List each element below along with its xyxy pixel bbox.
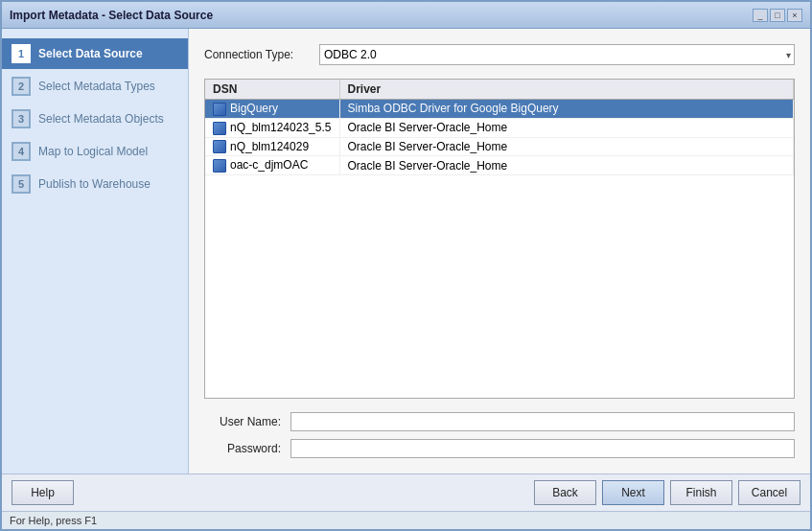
- step-1-num: 1: [12, 44, 31, 63]
- connection-type-label: Connection Type:: [204, 48, 310, 61]
- dsn-icon: [213, 122, 226, 135]
- maximize-button[interactable]: □: [770, 9, 785, 22]
- password-row: Password:: [204, 439, 795, 458]
- table-row[interactable]: BigQuerySimba ODBC Driver for Google Big…: [205, 100, 794, 119]
- dsn-icon: [213, 103, 226, 116]
- dsn-icon: [213, 159, 226, 173]
- table-row[interactable]: oac-c_djmOACOracle BI Server-Oracle_Home: [205, 156, 794, 175]
- col-header-driver: Driver: [339, 80, 794, 100]
- dsn-cell: nQ_blm124029: [205, 137, 339, 156]
- cancel-button[interactable]: Cancel: [738, 480, 800, 505]
- table-header-row: DSN Driver: [205, 80, 794, 100]
- dsn-table: DSN Driver BigQuerySimba ODBC Driver for…: [205, 80, 794, 175]
- table-row[interactable]: nQ_blm124023_5.5Oracle BI Server-Oracle_…: [205, 118, 794, 137]
- right-panel: Connection Type: ODBC 2.0 ▾ DSN Driver: [189, 29, 810, 473]
- status-bar: For Help, press F1: [2, 511, 810, 529]
- step-5-label: Publish to Warehouse: [38, 177, 151, 191]
- close-button[interactable]: ×: [787, 9, 802, 22]
- connection-type-row: Connection Type: ODBC 2.0 ▾: [204, 44, 795, 65]
- step-2-label: Select Metadata Types: [38, 80, 155, 93]
- connection-type-select-wrapper: ODBC 2.0 ▾: [319, 44, 795, 65]
- finish-button[interactable]: Finish: [670, 480, 732, 505]
- help-button[interactable]: Help: [12, 480, 74, 505]
- sidebar-item-select-metadata-types[interactable]: 2 Select Metadata Types: [2, 71, 188, 102]
- connection-type-select[interactable]: ODBC 2.0: [319, 44, 795, 65]
- driver-cell: Simba ODBC Driver for Google BigQuery: [339, 100, 794, 119]
- dsn-cell: BigQuery: [205, 100, 339, 119]
- driver-cell: Oracle BI Server-Oracle_Home: [339, 118, 794, 137]
- window-controls: _ □ ×: [753, 9, 802, 22]
- user-name-row: User Name:: [204, 412, 795, 431]
- sidebar: 1 Select Data Source 2 Select Metadata T…: [2, 29, 189, 473]
- sidebar-item-map-to-logical-model[interactable]: 4 Map to Logical Model: [2, 136, 188, 167]
- password-input[interactable]: [290, 439, 795, 458]
- nav-buttons: Back Next Finish Cancel: [534, 480, 800, 505]
- table-row[interactable]: nQ_blm124029Oracle BI Server-Oracle_Home: [205, 137, 794, 156]
- user-pass-section: User Name: Password:: [204, 412, 795, 458]
- sidebar-item-publish-to-warehouse[interactable]: 5 Publish to Warehouse: [2, 169, 188, 199]
- sidebar-item-select-data-source[interactable]: 1 Select Data Source: [2, 38, 188, 69]
- col-header-dsn: DSN: [205, 80, 339, 100]
- step-5-num: 5: [12, 174, 31, 194]
- user-name-label: User Name:: [204, 415, 281, 428]
- main-window: Import Metadata - Select Data Source _ □…: [0, 0, 812, 531]
- step-3-label: Select Metadata Objects: [38, 112, 164, 126]
- sidebar-item-select-metadata-objects[interactable]: 3 Select Metadata Objects: [2, 104, 188, 134]
- user-name-input[interactable]: [290, 412, 795, 431]
- status-text: For Help, press F1: [10, 515, 97, 526]
- minimize-button[interactable]: _: [753, 9, 768, 22]
- step-4-label: Map to Logical Model: [38, 145, 148, 158]
- step-1-label: Select Data Source: [38, 47, 143, 60]
- driver-cell: Oracle BI Server-Oracle_Home: [339, 156, 794, 175]
- back-button[interactable]: Back: [534, 480, 596, 505]
- driver-cell: Oracle BI Server-Oracle_Home: [339, 137, 794, 156]
- step-3-num: 3: [12, 109, 31, 128]
- title-bar: Import Metadata - Select Data Source _ □…: [2, 2, 810, 29]
- dsn-cell: oac-c_djmOAC: [205, 156, 339, 175]
- dsn-icon: [213, 140, 226, 153]
- password-label: Password:: [204, 442, 281, 455]
- step-4-num: 4: [12, 142, 31, 161]
- step-2-num: 2: [12, 77, 31, 96]
- bottom-bar: Help Back Next Finish Cancel: [2, 473, 810, 511]
- dsn-table-wrapper: DSN Driver BigQuerySimba ODBC Driver for…: [204, 79, 795, 399]
- window-title: Import Metadata - Select Data Source: [10, 9, 213, 22]
- next-button[interactable]: Next: [602, 480, 664, 505]
- dsn-cell: nQ_blm124023_5.5: [205, 118, 339, 137]
- main-content: 1 Select Data Source 2 Select Metadata T…: [2, 29, 810, 473]
